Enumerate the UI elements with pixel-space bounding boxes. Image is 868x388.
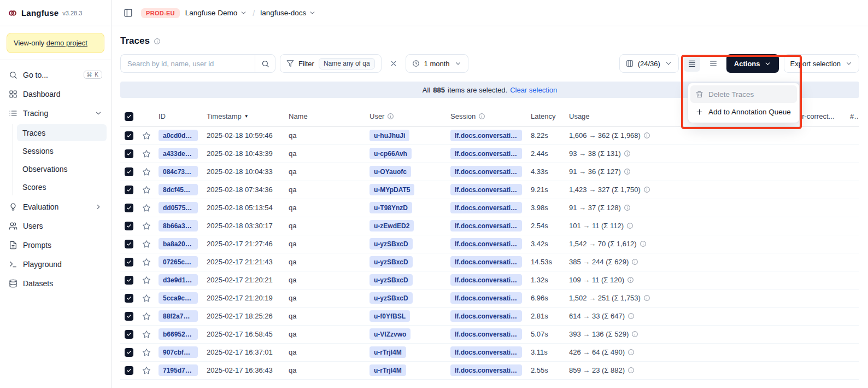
row-checkbox[interactable] bbox=[125, 348, 133, 357]
user-badge[interactable]: u-yzSBxcD bbox=[370, 238, 413, 250]
search-input[interactable] bbox=[120, 54, 255, 73]
info-icon[interactable] bbox=[624, 150, 631, 157]
star-icon[interactable] bbox=[142, 348, 151, 357]
sidebar-item-observations[interactable]: Observations bbox=[17, 160, 107, 177]
trace-id-badge[interactable]: 907cbf6e... bbox=[159, 346, 198, 358]
session-badge[interactable]: lf.docs.conversation... bbox=[450, 184, 522, 195]
user-badge[interactable]: u-yzSBxcD bbox=[370, 274, 413, 286]
sidebar-item-datasets[interactable]: Datasets bbox=[4, 274, 107, 292]
user-badge[interactable]: u-MYpDAT5 bbox=[370, 184, 414, 195]
row-checkbox[interactable] bbox=[125, 204, 133, 212]
sidebar-item-playground[interactable]: Playground bbox=[4, 255, 107, 273]
session-badge[interactable]: lf.docs.conversation... bbox=[450, 238, 522, 250]
info-icon[interactable] bbox=[627, 349, 635, 356]
info-icon[interactable] bbox=[640, 240, 647, 247]
star-icon[interactable] bbox=[142, 131, 151, 140]
trace-id-badge[interactable]: d3e9d1f2... bbox=[159, 274, 198, 286]
session-badge[interactable]: lf.docs.conversation... bbox=[450, 202, 522, 213]
column-header-usage[interactable]: Usage bbox=[565, 107, 687, 126]
row-checkbox[interactable] bbox=[125, 222, 133, 230]
user-badge[interactable]: u-huJhuJi bbox=[370, 130, 409, 141]
user-badge[interactable]: u-rTrjl4M bbox=[370, 346, 406, 358]
user-badge[interactable]: u-OYauofc bbox=[370, 166, 411, 177]
info-icon[interactable] bbox=[627, 276, 634, 283]
row-height-compact-button[interactable] bbox=[684, 55, 700, 72]
sidebar-item-sessions[interactable]: Sessions bbox=[17, 142, 107, 159]
star-icon[interactable] bbox=[142, 204, 151, 212]
user-badge[interactable]: u-zEwdED2 bbox=[370, 220, 414, 231]
sidebar-item-users[interactable]: Users bbox=[4, 217, 107, 235]
info-icon[interactable] bbox=[643, 294, 650, 302]
row-height-expanded-button[interactable] bbox=[705, 55, 722, 72]
session-badge[interactable]: lf.docs.conversation... bbox=[450, 256, 522, 268]
row-checkbox[interactable] bbox=[125, 312, 133, 321]
user-badge[interactable]: u-f0YfBSL bbox=[370, 310, 410, 322]
trace-id-badge[interactable]: 084c739... bbox=[159, 166, 198, 177]
info-icon[interactable] bbox=[643, 132, 650, 139]
trace-id-badge[interactable]: 88f2a7b0... bbox=[159, 310, 198, 322]
column-header-timestamp[interactable]: Timestamp▼ bbox=[202, 107, 284, 126]
session-badge[interactable]: lf.docs.conversation... bbox=[450, 220, 522, 231]
actions-button[interactable]: Actions bbox=[726, 54, 779, 73]
sidebar-item-tracing[interactable]: Tracing bbox=[4, 104, 107, 122]
menu-item-add-to-annotation-queue[interactable]: Add to Annotation Queue bbox=[690, 103, 797, 120]
column-header-latency[interactable]: Latency bbox=[526, 107, 565, 126]
column-header-id[interactable]: ID bbox=[154, 107, 202, 126]
clear-selection-link[interactable]: Clear selection bbox=[510, 86, 557, 94]
info-icon[interactable] bbox=[627, 312, 635, 320]
info-icon[interactable] bbox=[643, 186, 650, 193]
session-badge[interactable]: lf.docs.conversation... bbox=[450, 292, 522, 304]
trace-id-badge[interactable]: 5cca9cf2... bbox=[159, 292, 198, 304]
row-checkbox[interactable] bbox=[125, 186, 133, 194]
menu-item-delete-traces[interactable]: Delete Traces bbox=[690, 85, 797, 103]
row-checkbox[interactable] bbox=[125, 276, 133, 285]
export-selection-button[interactable]: Export selection bbox=[784, 54, 860, 73]
user-badge[interactable]: u-VIZzvwo bbox=[370, 328, 410, 340]
column-header-name[interactable]: Name bbox=[284, 107, 365, 126]
star-icon[interactable] bbox=[142, 258, 151, 267]
sidebar-toggle-button[interactable] bbox=[120, 5, 136, 21]
row-checkbox[interactable] bbox=[125, 149, 133, 158]
user-badge[interactable]: u-yzSBxcD bbox=[370, 292, 413, 304]
session-badge[interactable]: lf.docs.conversation... bbox=[450, 328, 522, 340]
sidebar-item-scores[interactable]: Scores bbox=[17, 178, 107, 195]
session-badge[interactable]: lf.docs.conversation... bbox=[450, 364, 522, 376]
trace-id-badge[interactable]: 8dcf4574... bbox=[159, 184, 198, 195]
info-icon[interactable] bbox=[154, 38, 161, 45]
trace-id-badge[interactable]: dd05753... bbox=[159, 202, 198, 213]
user-badge[interactable]: u-T98YnzD bbox=[370, 202, 412, 213]
project-selector[interactable]: langfuse-docs bbox=[260, 9, 316, 17]
sidebar-item-dashboard[interactable]: Dashboard bbox=[4, 85, 107, 103]
info-icon[interactable] bbox=[631, 331, 638, 338]
clear-filter-button[interactable] bbox=[386, 56, 401, 71]
info-icon[interactable] bbox=[626, 222, 634, 229]
session-badge[interactable]: lf.docs.conversation... bbox=[450, 148, 522, 159]
row-checkbox[interactable] bbox=[125, 131, 133, 140]
select-all-checkbox[interactable] bbox=[125, 112, 133, 121]
user-badge[interactable]: u-yzSBxcD bbox=[370, 256, 413, 268]
row-checkbox[interactable] bbox=[125, 366, 133, 375]
row-checkbox[interactable] bbox=[125, 294, 133, 303]
trace-id-badge[interactable]: a0cd0d9... bbox=[159, 130, 198, 141]
user-badge[interactable]: u-rTrjl4M bbox=[370, 364, 406, 376]
star-icon[interactable] bbox=[142, 312, 151, 321]
columns-button[interactable]: (24/36) bbox=[619, 54, 679, 73]
info-icon[interactable] bbox=[624, 168, 631, 175]
trace-id-badge[interactable]: 8b66a34... bbox=[159, 220, 198, 231]
info-icon[interactable] bbox=[624, 204, 631, 211]
star-icon[interactable] bbox=[142, 330, 151, 339]
row-checkbox[interactable] bbox=[125, 167, 133, 176]
demo-project-link[interactable]: demo project bbox=[46, 39, 87, 47]
session-badge[interactable]: lf.docs.conversation... bbox=[450, 274, 522, 286]
star-icon[interactable] bbox=[142, 240, 151, 248]
row-checkbox[interactable] bbox=[125, 330, 133, 339]
session-badge[interactable]: lf.docs.conversation... bbox=[450, 166, 522, 177]
column-header-user[interactable]: User bbox=[365, 107, 446, 126]
trace-id-badge[interactable]: a433de51... bbox=[159, 148, 198, 159]
session-badge[interactable]: lf.docs.conversation... bbox=[450, 346, 522, 358]
star-icon[interactable] bbox=[142, 294, 151, 303]
user-badge[interactable]: u-cp66Avh bbox=[370, 148, 412, 159]
time-range-button[interactable]: 1 month bbox=[406, 54, 468, 73]
info-icon[interactable] bbox=[627, 367, 635, 374]
goto-search[interactable]: Go to... ⌘ K bbox=[4, 66, 107, 84]
